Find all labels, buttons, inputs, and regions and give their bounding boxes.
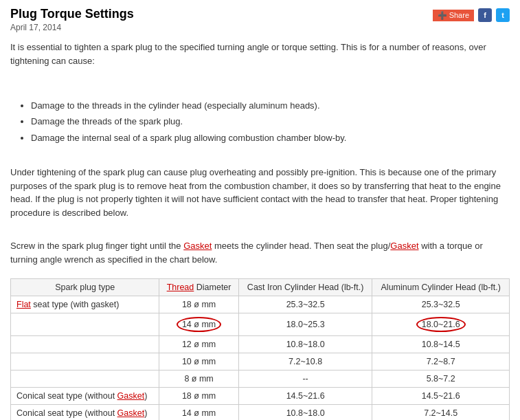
cell-type [11,371,159,388]
cell-aluminum: 5.8~7.2 [372,371,510,388]
cell-cast-iron: 10.8~18.0 [238,336,372,353]
cell-aluminum: 7.2~14.5 [372,405,510,420]
cell-diameter: 8 ø mm [159,371,239,388]
col-header-aluminum: Aluminum Cylinder Head (lb-ft.) [372,279,510,296]
table-row: 8 ø mm--5.8~7.2 [11,371,510,388]
share-button[interactable]: ➕ Share [433,10,474,21]
table-header-row: Spark plug type Thread Diameter Cast Iro… [11,279,510,296]
share-bar: ➕ Share f t [433,8,510,22]
table-row: 14 ø mm18.0~25.318.0~21.6 [11,313,510,336]
gasket-link-2[interactable]: Gasket [390,241,418,251]
cell-type [11,336,159,353]
cell-diameter: 18 ø mm [159,296,239,313]
cell-aluminum: 14.5~21.6 [372,388,510,405]
page-date: April 17, 2014 [10,23,510,32]
cell-type: Conical seat type (without Gasket) [11,405,159,420]
cell-cast-iron: 25.3~32.5 [238,296,372,313]
share-plus-icon: ➕ [438,11,447,20]
cell-cast-iron: 7.2~10.8 [238,353,372,371]
cell-diameter: 14 ø mm [159,313,239,336]
bullet-item-2: Damage the threads of the spark plug. [31,113,510,129]
cell-diameter: 10 ø mm [159,353,239,371]
diameter-header-suffix: Diameter [196,283,231,292]
cell-type: Flat seat type (with gasket) [11,296,159,313]
col-header-diameter: Thread Diameter [159,279,239,296]
bullet-item-3: Damage the internal seal of a spark plug… [31,130,510,146]
cell-cast-iron: 14.5~21.6 [238,388,372,405]
torque-table: Spark plug type Thread Diameter Cast Iro… [10,278,510,420]
intro-text: It is essential to tighten a spark plug … [10,41,510,67]
highlighted-diameter: 14 ø mm [177,317,221,332]
table-row: Conical seat type (without Gasket)18 ø m… [11,388,510,405]
col-header-type: Spark plug type [11,279,159,296]
gasket-link[interactable]: Gasket [117,391,145,401]
section-text: Under tightening of the spark plug can c… [10,166,510,219]
table-row: Conical seat type (without Gasket)14 ø m… [11,405,510,420]
cell-aluminum: 7.2~8.7 [372,353,510,371]
screw-text: Screw in the spark plug finger tight unt… [10,239,510,266]
bullet-list: Damage to the threads in the cylinder he… [31,98,510,146]
gasket-link-1[interactable]: Gasket [183,241,212,251]
cell-cast-iron: 18.0~25.3 [238,313,372,336]
cell-cast-iron: 10.8~18.0 [238,405,372,420]
gasket-link[interactable]: Gasket [117,408,145,418]
cell-type: Conical seat type (without Gasket) [11,388,159,405]
cell-aluminum: 25.3~32.5 [372,296,510,313]
cell-diameter: 18 ø mm [159,388,239,405]
cell-type [11,353,159,371]
thread-link[interactable]: Thread [167,283,194,292]
screw-mid: meets the cylinder head. Then seat the p… [212,241,390,251]
cell-diameter: 14 ø mm [159,405,239,420]
cell-diameter: 12 ø mm [159,336,239,353]
col-header-cast-iron: Cast Iron Cylinder Head (lb-ft.) [238,279,372,296]
flat-link[interactable]: Flat [16,300,31,309]
share-label: Share [449,11,469,19]
twitter-icon[interactable]: t [496,8,510,22]
facebook-icon[interactable]: f [478,8,492,22]
cell-aluminum: 18.0~21.6 [372,313,510,336]
table-row: Flat seat type (with gasket)18 ø mm25.3~… [11,296,510,313]
cell-cast-iron: -- [238,371,372,388]
cell-aluminum: 10.8~14.5 [372,336,510,353]
screw-before: Screw in the spark plug finger tight unt… [10,241,183,251]
cell-type [11,313,159,336]
highlighted-aluminum: 18.0~21.6 [416,317,466,332]
table-row: 10 ø mm7.2~10.87.2~8.7 [11,353,510,371]
bullet-item-1: Damage to the threads in the cylinder he… [31,98,510,113]
table-row: 12 ø mm10.8~18.010.8~14.5 [11,336,510,353]
